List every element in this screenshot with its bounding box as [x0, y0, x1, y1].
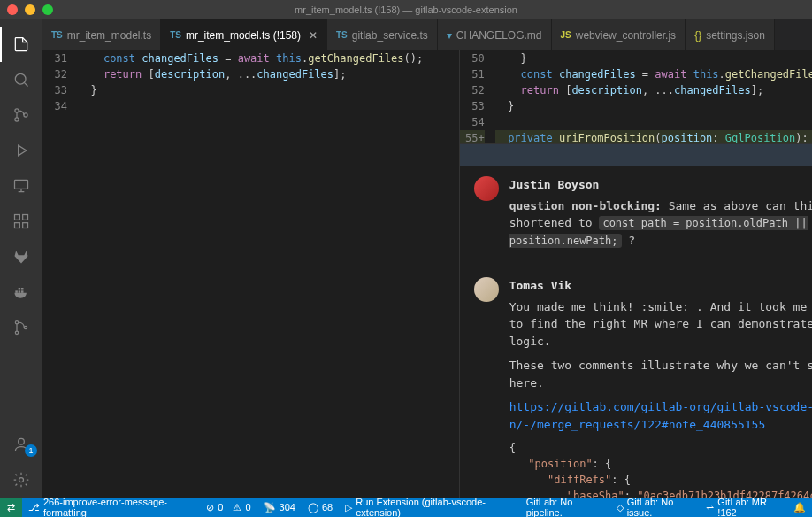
- comment-author: Justin Boyson: [509, 176, 812, 194]
- svg-rect-12: [19, 288, 21, 290]
- avatar[interactable]: [474, 277, 499, 302]
- window-titlebar: mr_item_model.ts (!158) — gitlab-vscode-…: [0, 0, 812, 19]
- problems-status[interactable]: ⊘0 ⚠0: [200, 498, 257, 517]
- comment-link[interactable]: https://gitlab.com/gitlab-org/gitlab-vsc…: [509, 400, 812, 431]
- svg-rect-8: [23, 223, 28, 228]
- circle-icon: ◯: [308, 502, 318, 513]
- editor-tab[interactable]: {}settings.json: [686, 19, 775, 50]
- docker-icon[interactable]: [0, 274, 42, 310]
- editor-tab[interactable]: TSmr_item_model.ts: [42, 19, 161, 50]
- error-icon: ⊘: [206, 502, 214, 513]
- editor-tab[interactable]: ▾CHANGELOG.md: [438, 19, 552, 50]
- tab-label: mr_item_model.ts: [67, 29, 151, 42]
- code-content-right[interactable]: } const changedFiles = await this.getCha…: [495, 50, 812, 143]
- line-gutter-left: 31323334: [42, 50, 78, 498]
- git-graph-icon[interactable]: [0, 310, 42, 345]
- svg-point-3: [24, 113, 27, 117]
- explorer-icon[interactable]: [0, 27, 42, 62]
- editor-tab[interactable]: TSmr_item_model.ts (!158)✕: [161, 19, 327, 50]
- minimize-window-button[interactable]: [25, 4, 35, 15]
- tab-label: mr_item_model.ts (!158): [186, 29, 301, 42]
- activity-bar: 1: [0, 19, 42, 498]
- editor-tab[interactable]: JSwebview_controller.js: [552, 19, 686, 50]
- editor-left-pane[interactable]: 31323334 const changedFiles = await this…: [42, 50, 460, 498]
- gitlab-pipeline-status[interactable]: GitLab: No pipeline.: [520, 498, 610, 517]
- svg-rect-11: [21, 290, 24, 293]
- editor-area: TSmr_item_model.tsTSmr_item_model.ts (!1…: [42, 19, 812, 498]
- svg-point-15: [15, 331, 18, 334]
- avatar[interactable]: [474, 176, 499, 201]
- svg-point-1: [15, 109, 19, 112]
- line-gutter-right: 505152535455+56+57▸: [460, 50, 495, 143]
- comment-text: question non-blocking: Same as above can…: [509, 197, 812, 250]
- traffic-lights: [7, 4, 53, 15]
- warning-icon: ⚠: [233, 502, 241, 513]
- remote-icon: ⇄: [7, 502, 15, 513]
- svg-point-2: [15, 118, 19, 121]
- svg-rect-10: [19, 290, 21, 293]
- gitlab-icon[interactable]: [0, 239, 42, 274]
- status-bar: ⇄ ⎇266-improve-error-message-formatting …: [0, 498, 812, 517]
- comment-author: Tomas Vik: [509, 277, 812, 295]
- antenna-icon: 📡: [264, 502, 276, 513]
- settings-gear-icon[interactable]: [0, 462, 42, 498]
- source-control-icon[interactable]: [0, 97, 42, 133]
- git-branch-status[interactable]: ⎇266-improve-error-message-formatting: [22, 498, 200, 517]
- branch-icon: ⎇: [28, 502, 40, 513]
- svg-rect-5: [15, 215, 20, 220]
- accounts-icon[interactable]: 1: [0, 427, 42, 462]
- comment-text: These two comments illustrate why we can…: [509, 357, 812, 391]
- comment-block: Justin Boysonquestion non-blocking: Same…: [460, 166, 812, 266]
- svg-rect-13: [21, 288, 24, 290]
- tab-label: CHANGELOG.md: [456, 29, 542, 42]
- extensions-icon[interactable]: [0, 204, 42, 239]
- accounts-badge: 1: [25, 444, 37, 457]
- ports-status[interactable]: 📡304: [257, 498, 302, 517]
- window-title: mr_item_model.ts (!158) — gitlab-vscode-…: [295, 4, 517, 15]
- editor-right-pane[interactable]: 505152535455+56+57▸ } const changedFiles…: [460, 50, 812, 498]
- debug-icon: ▷: [345, 502, 352, 513]
- remote-explorer-icon[interactable]: [0, 168, 42, 204]
- svg-point-0: [15, 73, 26, 84]
- code-content-left[interactable]: const changedFiles = await this.getChang…: [78, 50, 459, 498]
- comment-code-block: { "position": { "diffRefs": { "baseSha":…: [509, 440, 812, 498]
- remote-indicator[interactable]: ⇄: [0, 498, 22, 517]
- svg-point-18: [19, 478, 24, 482]
- mr-icon: ⥋: [706, 502, 714, 513]
- issue-icon: ◇: [617, 502, 624, 513]
- search-icon[interactable]: [0, 62, 42, 97]
- editor-tab[interactable]: TSgitlab_service.ts: [327, 19, 438, 50]
- svg-point-17: [19, 438, 25, 444]
- close-window-button[interactable]: [7, 4, 18, 15]
- maximize-window-button[interactable]: [42, 4, 53, 15]
- tab-label: settings.json: [706, 29, 765, 42]
- gitlab-mr-status[interactable]: ⥋GitLab: MR !162: [700, 498, 787, 517]
- svg-rect-6: [23, 215, 28, 220]
- run-task-status[interactable]: ▷Run Extension (gitlab-vscode-extension): [339, 498, 520, 517]
- editor-tabs: TSmr_item_model.tsTSmr_item_model.ts (!1…: [42, 19, 812, 50]
- run-debug-icon[interactable]: [0, 133, 42, 168]
- svg-point-14: [15, 321, 18, 324]
- comments-collapse-bar[interactable]: ⌃: [460, 144, 812, 166]
- notifications-icon[interactable]: 🔔: [787, 498, 812, 517]
- svg-rect-9: [15, 290, 18, 293]
- count-status[interactable]: ◯68: [302, 498, 339, 517]
- comment-block: Tomas VikYou made me think! :smile: . An…: [460, 266, 812, 498]
- close-tab-icon[interactable]: ✕: [309, 29, 318, 42]
- svg-rect-4: [15, 180, 28, 189]
- review-comments-panel: ⌃ Justin Boysonquestion non-blocking: Sa…: [460, 143, 812, 498]
- comment-text: You made me think! :smile: . And it took…: [509, 298, 812, 351]
- svg-rect-7: [15, 223, 20, 228]
- tab-label: gitlab_service.ts: [352, 29, 428, 42]
- tab-label: webview_controller.js: [576, 29, 676, 42]
- gitlab-issue-status[interactable]: ◇GitLab: No issue.: [610, 498, 701, 517]
